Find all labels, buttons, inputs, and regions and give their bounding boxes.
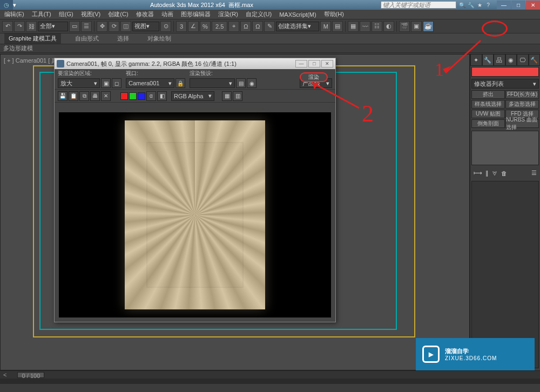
menu-view[interactable]: 视图(V) bbox=[81, 10, 101, 18]
menu-edit[interactable]: 编辑(E) bbox=[4, 10, 24, 18]
select-icon[interactable]: ▭ bbox=[69, 21, 80, 32]
rfw-render-button[interactable]: 渲染 bbox=[300, 72, 328, 82]
move-icon[interactable]: ✥ bbox=[97, 21, 107, 32]
mod-btn-uvw[interactable]: UVW 贴图 bbox=[471, 110, 505, 118]
rfw-print-icon[interactable]: 🖶 bbox=[90, 91, 100, 101]
undo-icon[interactable]: ↶ bbox=[2, 21, 13, 32]
rfw-red-channel[interactable] bbox=[120, 92, 128, 100]
schematic-icon[interactable]: ☷ bbox=[372, 21, 382, 32]
rfw-green-channel[interactable] bbox=[129, 92, 137, 100]
help-icon[interactable]: ? bbox=[484, 1, 492, 9]
rfw-titlebar[interactable]: Camera001, 帧 0, 显示 gamma: 2.2, RGBA 颜色 1… bbox=[55, 58, 335, 69]
curve-editor-icon[interactable]: 〰 bbox=[360, 21, 370, 32]
configure-icon[interactable]: ☰ bbox=[531, 170, 537, 177]
tab-display-icon[interactable]: 🖵 bbox=[517, 54, 529, 66]
render-frame-icon[interactable]: ▣ bbox=[411, 21, 422, 32]
rfw-area-edit-icon[interactable]: ▣ bbox=[101, 78, 111, 88]
modifier-stack[interactable] bbox=[471, 131, 539, 165]
scale-icon[interactable]: ◫ bbox=[120, 21, 131, 32]
close-button[interactable]: ✕ bbox=[526, 1, 540, 9]
maximize-button[interactable]: □ bbox=[511, 1, 525, 9]
rfw-clear-icon[interactable]: ✕ bbox=[101, 91, 111, 101]
rfw-area-auto-icon[interactable]: ◻ bbox=[112, 78, 122, 88]
menu-group[interactable]: 组(G) bbox=[59, 10, 73, 18]
percent-snap-icon[interactable]: % bbox=[200, 21, 211, 32]
rfw-max-button[interactable]: □ bbox=[308, 60, 320, 67]
tab-modify-icon[interactable]: 🔧 bbox=[482, 54, 494, 66]
time-slider[interactable]: < 0 / 100 bbox=[0, 371, 540, 379]
menu-create[interactable]: 创建(C) bbox=[108, 10, 128, 18]
ribbon-tab-graphite[interactable]: Graphite 建模工具 bbox=[4, 33, 61, 44]
show-result-icon[interactable]: ‖ bbox=[485, 170, 489, 177]
menu-render[interactable]: 渲染(R) bbox=[218, 10, 238, 18]
search-icon[interactable]: 🔍 bbox=[458, 1, 466, 9]
rfw-mono-icon[interactable]: ◧ bbox=[157, 91, 167, 101]
tab-motion-icon[interactable]: ◉ bbox=[505, 54, 517, 66]
timeline-ruler[interactable] bbox=[0, 379, 540, 384]
ref-coord[interactable]: 视图 ▾ bbox=[132, 22, 159, 31]
material-icon[interactable]: ◐ bbox=[383, 21, 394, 32]
ribbon-tab-select[interactable]: 选择 bbox=[113, 33, 133, 44]
magnet-a-icon[interactable]: Ω bbox=[240, 21, 251, 32]
rfw-blue-channel[interactable] bbox=[138, 92, 145, 100]
rfw-canvas[interactable] bbox=[59, 112, 331, 317]
minimize-button[interactable]: — bbox=[497, 1, 511, 9]
rfw-preset-a-icon[interactable]: ▤ bbox=[236, 78, 246, 88]
rfw-alpha-icon[interactable]: α bbox=[146, 91, 156, 101]
app-menu-icon[interactable]: ▾ bbox=[13, 2, 23, 9]
modifier-list-dropdown[interactable]: 修改器列表▾ bbox=[471, 79, 539, 89]
star-icon[interactable]: ★ bbox=[476, 1, 483, 9]
layers-icon[interactable]: ▦ bbox=[348, 21, 359, 32]
rfw-vp-select[interactable]: Camera001▾ bbox=[126, 78, 174, 88]
menu-modifiers[interactable]: 修改器 bbox=[136, 10, 154, 18]
render-setup-icon[interactable]: 🎬 bbox=[399, 21, 410, 32]
rfw-preset-b-icon[interactable]: ◉ bbox=[247, 78, 256, 88]
tab-create-icon[interactable]: ✦ bbox=[470, 54, 482, 66]
menu-graph[interactable]: 图形编辑器 bbox=[181, 10, 211, 18]
rfw-preset-select[interactable]: ▾ bbox=[190, 78, 235, 88]
rfw-copy-icon[interactable]: 📋 bbox=[69, 91, 78, 101]
snap-toggle-icon[interactable]: ⌖ bbox=[228, 21, 239, 32]
selection-filter[interactable]: 全部 ▾ bbox=[38, 22, 68, 31]
frame-back-icon[interactable]: < bbox=[3, 371, 6, 378]
remove-mod-icon[interactable]: 🗑 bbox=[501, 170, 507, 177]
tab-utility-icon[interactable]: 🔨 bbox=[529, 54, 541, 66]
magnet-b-icon[interactable]: Ω bbox=[252, 21, 263, 32]
mod-btn-bevel[interactable]: 倒角剖面 bbox=[471, 119, 505, 128]
rfw-overlay-b-icon[interactable]: ▥ bbox=[233, 91, 242, 101]
mod-btn-extrude[interactable]: 挤出 bbox=[471, 90, 505, 99]
snap-icon[interactable]: 3 bbox=[176, 21, 187, 32]
make-unique-icon[interactable]: ⩔ bbox=[492, 170, 498, 177]
render-production-icon[interactable]: ☕ bbox=[423, 21, 434, 32]
link-icon[interactable]: ⛓ bbox=[26, 21, 37, 32]
ribbon-tab-freeform[interactable]: 自由形式 bbox=[71, 33, 103, 44]
angle-snap-icon[interactable]: ∠ bbox=[188, 21, 199, 32]
rfw-close-button[interactable]: ✕ bbox=[321, 60, 333, 67]
menu-customize[interactable]: 自定义(U) bbox=[246, 10, 272, 18]
redo-icon[interactable]: ↷ bbox=[14, 21, 25, 32]
wrench-icon[interactable]: 🔧 bbox=[467, 1, 475, 9]
edit-icon[interactable]: ✎ bbox=[264, 21, 275, 32]
menu-help[interactable]: 帮助(H) bbox=[324, 10, 344, 18]
rfw-lock-icon[interactable]: 🔒 bbox=[176, 78, 185, 88]
pin-stack-icon[interactable]: ⟼ bbox=[474, 170, 482, 177]
mod-btn-spline[interactable]: 样条线选择 bbox=[471, 100, 505, 109]
rfw-area-select[interactable]: 放大▾ bbox=[58, 78, 100, 88]
ribbon-tab-paint[interactable]: 对象绘制 bbox=[143, 33, 176, 44]
time-knob[interactable]: 0 / 100 bbox=[17, 372, 44, 378]
rfw-overlay-a-icon[interactable]: ▦ bbox=[222, 91, 232, 101]
select-name-icon[interactable]: ☰ bbox=[81, 21, 92, 32]
named-sets[interactable]: 创建选择集 ▾ bbox=[276, 22, 319, 31]
tab-hierarchy-icon[interactable]: 品 bbox=[494, 54, 505, 66]
object-color-swatch[interactable] bbox=[471, 67, 539, 77]
menu-animation[interactable]: 动画 bbox=[161, 10, 173, 18]
help-search-input[interactable] bbox=[381, 1, 456, 9]
spinner-snap[interactable]: 2.5 bbox=[212, 21, 227, 32]
menu-tools[interactable]: 工具(T) bbox=[32, 10, 51, 18]
mod-btn-poly[interactable]: 多边形选择 bbox=[505, 100, 539, 109]
rfw-clone-icon[interactable]: ⧉ bbox=[79, 91, 89, 101]
rfw-channel-select[interactable]: RGB Alpha▾ bbox=[171, 91, 214, 101]
mirror-icon[interactable]: M bbox=[320, 21, 331, 32]
rfw-min-button[interactable]: — bbox=[295, 60, 307, 67]
rfw-save-icon[interactable]: 💾 bbox=[58, 91, 68, 101]
